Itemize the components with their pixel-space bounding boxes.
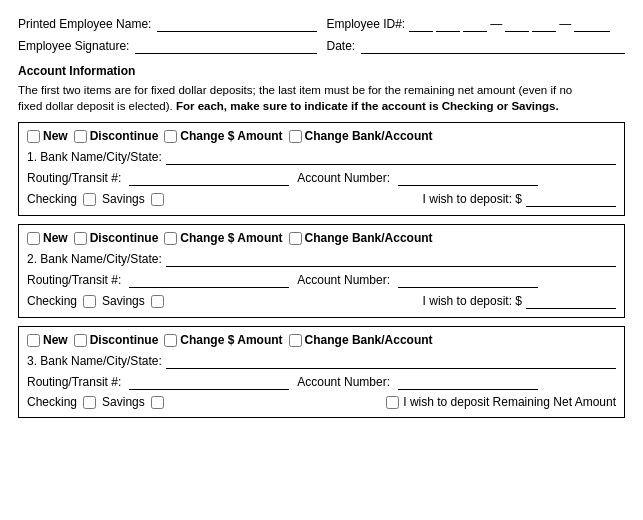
section-1-savings-label: Savings (102, 192, 145, 206)
section-2-change-amount-label: Change $ Amount (180, 231, 282, 245)
section-1-new-checkbox-item[interactable]: New (27, 129, 68, 143)
section-1-discontinue-checkbox-item[interactable]: Discontinue (74, 129, 159, 143)
section-3-routing-label: Routing/Transit #: (27, 375, 121, 389)
section-3-change-bank-checkbox[interactable] (289, 334, 302, 347)
section-3-savings-checkbox[interactable] (151, 396, 164, 409)
section-3-routing-row: Routing/Transit #: Account Number: (27, 374, 616, 390)
section-1-deposit-label: I wish to deposit: $ (423, 192, 522, 206)
section-3: New Discontinue Change $ Amount Change B… (18, 326, 625, 418)
section-2-bank-label: 2. Bank Name/City/State: (27, 252, 162, 266)
section-1-checking-savings: Checking Savings (27, 192, 164, 206)
section-3-new-label: New (43, 333, 68, 347)
section-2-discontinue-checkbox-item[interactable]: Discontinue (74, 231, 159, 245)
section-1-bank-label: 1. Bank Name/City/State: (27, 150, 162, 164)
section-3-bank-row: 3. Bank Name/City/State: (27, 353, 616, 369)
section-1-new-checkbox[interactable] (27, 130, 40, 143)
section-1-bottom-row: Checking Savings I wish to deposit: $ (27, 191, 616, 207)
section-1-change-bank-label: Change Bank/Account (305, 129, 433, 143)
section-2-account-number-label: Account Number: (297, 273, 390, 287)
section-2-discontinue-checkbox[interactable] (74, 232, 87, 245)
section-1-checking-label: Checking (27, 192, 77, 206)
section-3-change-bank-checkbox-item[interactable]: Change Bank/Account (289, 333, 433, 347)
section-3-bottom-row: Checking Savings I wish to deposit Remai… (27, 395, 616, 409)
section-1-bank-input[interactable] (166, 149, 616, 165)
section-3-checkbox-row: New Discontinue Change $ Amount Change B… (27, 333, 616, 347)
signature-label: Employee Signature: (18, 39, 129, 53)
section-2-change-bank-checkbox-item[interactable]: Change Bank/Account (289, 231, 433, 245)
section-1-change-amount-checkbox[interactable] (164, 130, 177, 143)
section-3-deposit-row: I wish to deposit Remaining Net Amount (386, 395, 616, 409)
section-3-discontinue-checkbox-item[interactable]: Discontinue (74, 333, 159, 347)
section-3-savings-label: Savings (102, 395, 145, 409)
section-3-new-checkbox-item[interactable]: New (27, 333, 68, 347)
section-2-new-checkbox[interactable] (27, 232, 40, 245)
section-1-discontinue-label: Discontinue (90, 129, 159, 143)
section-2-change-amount-checkbox[interactable] (164, 232, 177, 245)
section-2-checking-checkbox[interactable] (83, 295, 96, 308)
section-2-routing-label: Routing/Transit #: (27, 273, 121, 287)
section-1-change-amount-checkbox-item[interactable]: Change $ Amount (164, 129, 282, 143)
section-1-checkbox-row: New Discontinue Change $ Amount Change B… (27, 129, 616, 143)
section-1-routing-row: Routing/Transit #: Account Number: (27, 170, 616, 186)
section-3-change-amount-checkbox-item[interactable]: Change $ Amount (164, 333, 282, 347)
section-2-deposit-label: I wish to deposit: $ (423, 294, 522, 308)
section-1-routing-label: Routing/Transit #: (27, 171, 121, 185)
date-label: Date: (327, 39, 356, 53)
section-3-discontinue-checkbox[interactable] (74, 334, 87, 347)
section-1-discontinue-checkbox[interactable] (74, 130, 87, 143)
section-1-new-label: New (43, 129, 68, 143)
section-1-deposit-input[interactable] (526, 191, 616, 207)
account-info-description: The first two items are for fixed dollar… (18, 82, 625, 114)
section-3-discontinue-label: Discontinue (90, 333, 159, 347)
signature-input[interactable] (135, 38, 316, 54)
section-2-change-bank-label: Change Bank/Account (305, 231, 433, 245)
section-3-routing-input[interactable] (129, 374, 289, 390)
section-1-account-number-label: Account Number: (297, 171, 390, 185)
printed-name-label: Printed Employee Name: (18, 17, 151, 31)
section-2-checkbox-row: New Discontinue Change $ Amount Change B… (27, 231, 616, 245)
section-2-bank-row: 2. Bank Name/City/State: (27, 251, 616, 267)
section-3-change-bank-label: Change Bank/Account (305, 333, 433, 347)
section-1-checking-checkbox[interactable] (83, 193, 96, 206)
section-2-routing-input[interactable] (129, 272, 289, 288)
section-1-change-bank-checkbox-item[interactable]: Change Bank/Account (289, 129, 433, 143)
section-3-change-amount-checkbox[interactable] (164, 334, 177, 347)
section-2-checking-label: Checking (27, 294, 77, 308)
section-2-change-bank-checkbox[interactable] (289, 232, 302, 245)
section-1-savings-checkbox[interactable] (151, 193, 164, 206)
section-2: New Discontinue Change $ Amount Change B… (18, 224, 625, 318)
section-2-new-checkbox-item[interactable]: New (27, 231, 68, 245)
section-2-routing-row: Routing/Transit #: Account Number: (27, 272, 616, 288)
section-2-deposit-input[interactable] (526, 293, 616, 309)
section-2-change-amount-checkbox-item[interactable]: Change $ Amount (164, 231, 282, 245)
section-1-account-number-input[interactable] (398, 170, 538, 186)
section-1-routing-input[interactable] (129, 170, 289, 186)
section-2-new-label: New (43, 231, 68, 245)
account-info-header: Account Information (18, 64, 625, 78)
section-3-account-number-label: Account Number: (297, 375, 390, 389)
section-3-checking-savings: Checking Savings (27, 395, 164, 409)
section-1: New Discontinue Change $ Amount Change B… (18, 122, 625, 216)
employee-id-segments: — — (409, 16, 610, 32)
section-1-change-bank-checkbox[interactable] (289, 130, 302, 143)
section-2-checking-savings: Checking Savings (27, 294, 164, 308)
section-2-deposit-row: I wish to deposit: $ (423, 293, 616, 309)
section-1-change-amount-label: Change $ Amount (180, 129, 282, 143)
section-2-bottom-row: Checking Savings I wish to deposit: $ (27, 293, 616, 309)
employee-id-label: Employee ID#: (327, 17, 406, 31)
date-input[interactable] (361, 38, 625, 54)
section-3-account-number-input[interactable] (398, 374, 538, 390)
section-3-deposit-label: I wish to deposit Remaining Net Amount (403, 395, 616, 409)
section-3-bank-input[interactable] (166, 353, 616, 369)
printed-name-input[interactable] (157, 16, 316, 32)
section-3-remaining-checkbox[interactable] (386, 396, 399, 409)
section-2-bank-input[interactable] (166, 251, 616, 267)
section-3-checking-checkbox[interactable] (83, 396, 96, 409)
section-3-checking-label: Checking (27, 395, 77, 409)
section-3-bank-label: 3. Bank Name/City/State: (27, 354, 162, 368)
section-3-change-amount-label: Change $ Amount (180, 333, 282, 347)
section-2-account-number-input[interactable] (398, 272, 538, 288)
section-2-savings-checkbox[interactable] (151, 295, 164, 308)
section-3-new-checkbox[interactable] (27, 334, 40, 347)
section-1-deposit-row: I wish to deposit: $ (423, 191, 616, 207)
